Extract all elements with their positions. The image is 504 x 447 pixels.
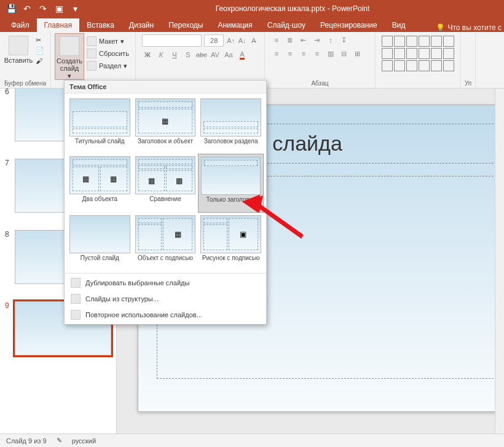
paste-icon — [9, 36, 28, 55]
group-editing: Уп — [461, 32, 476, 88]
layout-thumb: ▦▦ — [135, 156, 196, 194]
group-drawing — [376, 32, 461, 88]
layout-label: Заголовок и объект — [135, 138, 196, 151]
layout-label: Заголовок раздела — [200, 138, 261, 151]
layout-title-content[interactable]: ▦ Заголовок и объект — [133, 96, 199, 154]
align-text-button[interactable]: ⊟ — [339, 48, 350, 59]
justify-button[interactable]: ≡ — [312, 48, 323, 59]
underline-button[interactable]: Ч — [169, 49, 180, 60]
thumb-number: 7 — [5, 159, 11, 213]
align-center-button[interactable]: ≡ — [285, 48, 296, 59]
bold-button[interactable]: Ж — [142, 49, 153, 60]
change-case-button[interactable]: Aa — [223, 49, 234, 60]
duplicate-icon — [71, 278, 81, 288]
line-spacing-button[interactable]: ↕ — [325, 34, 336, 45]
layout-content-caption[interactable]: ▦ Объект с подписью — [133, 213, 199, 271]
thumb-number: 9 — [5, 301, 11, 355]
paste-button[interactable]: Вставить — [4, 33, 33, 65]
layout-label: Рисунок с подписью — [200, 255, 261, 268]
tab-insert[interactable]: Вставка — [79, 18, 122, 32]
tab-home[interactable]: Главная — [37, 18, 80, 32]
spellcheck-icon[interactable]: ✎ — [57, 437, 62, 445]
new-slide-label: Создать слайд — [55, 57, 84, 72]
tell-me-search[interactable]: 💡 Что вы хотите с — [436, 23, 504, 32]
italic-button[interactable]: К — [156, 49, 167, 60]
layout-label: Макет — [99, 38, 118, 45]
ribbon-tabs: Файл Главная Вставка Дизайн Переходы Ани… — [0, 17, 504, 32]
shapes-gallery[interactable] — [379, 33, 457, 74]
tab-animations[interactable]: Анимация — [210, 18, 259, 32]
tell-me-label: Что вы хотите с — [447, 23, 502, 32]
smartart-button[interactable]: ⊞ — [352, 48, 363, 59]
layout-label: Объект с подписью — [135, 255, 196, 268]
decrease-indent-button[interactable]: ⇤ — [298, 34, 309, 45]
qat-dropdown-icon[interactable]: ▾ — [69, 2, 81, 15]
vertical-scrollbar[interactable] — [495, 89, 504, 433]
status-language[interactable]: русский — [72, 437, 96, 445]
layout-thumb — [200, 98, 261, 136]
copy-button[interactable]: 📄 — [33, 46, 47, 55]
columns-button[interactable]: ▥ — [325, 48, 336, 59]
layout-title-slide[interactable]: Титульный слайд — [67, 96, 133, 154]
numbering-button[interactable]: ≣ — [285, 34, 296, 45]
new-slide-button[interactable]: Создать слайд ▾ — [55, 33, 84, 80]
save-icon[interactable]: 💾 — [5, 2, 17, 15]
font-size-value: 28 — [210, 37, 218, 44]
font-name-combo[interactable] — [142, 34, 202, 47]
section-icon — [87, 61, 96, 71]
paste-label: Вставить — [4, 57, 33, 64]
tab-review[interactable]: Рецензирование — [313, 18, 385, 32]
window-title: Геохронологическая шкала.pptx - PowerPoi… — [81, 4, 504, 13]
quick-access-toolbar: 💾 ↶ ↷ ▣ ▾ — [0, 2, 81, 15]
start-slideshow-icon[interactable]: ▣ — [53, 2, 65, 15]
layout-picture-caption[interactable]: ▣ Рисунок с подписью — [198, 213, 264, 271]
outline-icon — [71, 294, 81, 304]
cut-button[interactable]: ✂ — [33, 36, 47, 45]
redo-icon[interactable]: ↷ — [37, 2, 49, 15]
text-direction-button[interactable]: ↧ — [339, 34, 350, 45]
tab-view[interactable]: Вид — [385, 18, 413, 32]
layout-blank[interactable]: Пустой слайд — [67, 213, 133, 271]
reuse-icon — [71, 310, 81, 320]
layout-label: Титульный слайд — [69, 138, 130, 151]
align-right-button[interactable]: ≡ — [298, 48, 309, 59]
tab-transitions[interactable]: Переходы — [161, 18, 210, 32]
increase-indent-button[interactable]: ⇥ — [312, 34, 323, 45]
reset-label: Сбросить — [99, 50, 129, 57]
layout-section-header[interactable]: Заголовок раздела — [198, 96, 264, 154]
title-bar: 💾 ↶ ↷ ▣ ▾ Геохронологическая шкала.pptx … — [0, 0, 504, 17]
cut-icon: ✂ — [36, 36, 41, 44]
tab-design[interactable]: Дизайн — [122, 18, 161, 32]
undo-icon[interactable]: ↶ — [21, 2, 33, 15]
align-left-button[interactable]: ≡ — [271, 48, 282, 59]
layout-thumb: ▦ — [135, 215, 196, 253]
clear-format-icon[interactable]: A̶ — [249, 35, 258, 46]
strike-button[interactable]: abc — [196, 49, 207, 60]
layout-label: Пустой слайд — [69, 255, 130, 268]
shadow-button[interactable]: S — [183, 49, 194, 60]
format-painter-button[interactable]: 🖌 — [33, 57, 47, 65]
tab-file[interactable]: Файл — [4, 18, 37, 32]
reuse-slides-button[interactable]: Повторное использование слайдов... — [65, 307, 266, 323]
group-clipboard: Вставить ✂ 📄 🖌 Буфер обмена — [0, 32, 51, 88]
layout-icon — [87, 36, 96, 46]
layout-thumb — [69, 215, 130, 253]
duplicate-slides-button[interactable]: Дублировать выбранные слайды — [65, 275, 266, 291]
layout-button[interactable]: Макет▾ — [84, 36, 132, 47]
bullets-button[interactable]: ≡ — [271, 34, 282, 45]
increase-font-icon[interactable]: A↑ — [226, 35, 235, 46]
decrease-font-icon[interactable]: A↓ — [238, 35, 246, 46]
slides-from-outline-button[interactable]: Слайды из структуры... — [65, 291, 266, 307]
layout-title-only[interactable]: Только заголовок — [198, 154, 264, 213]
group-paragraph-label: Абзац — [269, 79, 371, 88]
tab-slideshow[interactable]: Слайд-шоу — [260, 18, 313, 32]
layout-comparison[interactable]: ▦▦ Сравнение — [133, 154, 199, 213]
font-color-button[interactable]: A — [237, 49, 248, 60]
section-button[interactable]: Раздел▾ — [84, 60, 132, 71]
duplicate-label: Дублировать выбранные слайды — [85, 279, 189, 287]
font-size-combo[interactable]: 28 — [204, 34, 224, 47]
layout-two-content[interactable]: ▦▦ Два объекта — [67, 154, 133, 213]
reset-button[interactable]: Сбросить — [84, 48, 132, 59]
layout-thumb: ▦▦ — [69, 156, 130, 194]
char-spacing-button[interactable]: AV — [210, 49, 221, 60]
